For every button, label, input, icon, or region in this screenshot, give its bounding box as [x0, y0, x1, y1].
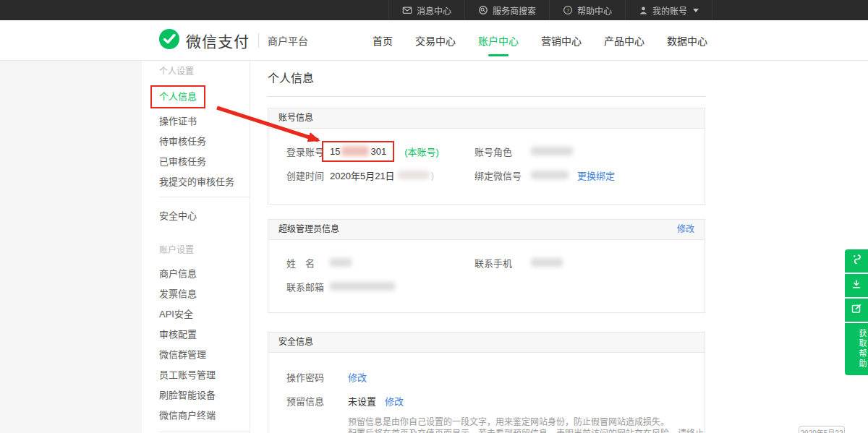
- current-account-tag: (本账号): [404, 145, 439, 158]
- floating-help-widget: 获取帮助: [845, 249, 868, 375]
- bound-wechat-redacted: [531, 171, 569, 179]
- topbar-item-label: 服务商搜索: [493, 4, 536, 17]
- sidebar-item-staff-account-mgmt[interactable]: 员工账号管理: [159, 365, 250, 385]
- sidebar-item-pending-review-tasks[interactable]: 待审核任务: [159, 132, 250, 152]
- hotline-button[interactable]: [845, 249, 868, 273]
- sidebar: 个人设置 个人信息 操作证书 待审核任务 已审核任务 我提交的审核任务 安全中心…: [159, 61, 250, 433]
- super-admin-section: 超级管理员信息 修改 姓 名 联系手机 联系邮箱: [268, 219, 705, 313]
- mail-icon: [402, 5, 412, 15]
- nav-data-center[interactable]: 数据中心: [662, 20, 712, 61]
- sidebar-item-invoice-info[interactable]: 发票信息: [159, 284, 250, 304]
- feedback-button[interactable]: [845, 299, 868, 322]
- search-icon: [478, 5, 488, 15]
- sidebar-separator: [159, 432, 250, 432]
- created-time-paren: ): [431, 170, 434, 181]
- sidebar-item-merchant-terminal[interactable]: 微信商户终端: [159, 406, 250, 426]
- nav-transaction-center[interactable]: 交易中心: [410, 20, 461, 61]
- sidebar-group-personal-settings: 个人设置: [159, 65, 250, 78]
- change-binding-link[interactable]: 更换绑定: [577, 168, 615, 182]
- user-icon: [639, 6, 648, 15]
- nav-product-center[interactable]: 产品中心: [599, 20, 650, 61]
- operation-password-label: 操作密码: [286, 370, 330, 384]
- login-account-suffix: 301: [370, 146, 386, 157]
- sidebar-item-merchant-info[interactable]: 商户信息: [159, 264, 250, 284]
- topbar-message-center[interactable]: 消息中心: [388, 0, 464, 20]
- contact-phone-redacted: [531, 258, 563, 267]
- topbar-help-center[interactable]: ? 帮助中心: [549, 0, 625, 20]
- main-nav: 首页 交易中心 账户中心 营销中心 产品中心 数据中心: [367, 20, 712, 60]
- created-time-redacted: [398, 171, 430, 179]
- edit-password-link[interactable]: 修改: [348, 370, 367, 384]
- login-account-prefix: 15: [330, 146, 340, 157]
- brand-name: 微信支付: [186, 30, 250, 51]
- header: 微信支付 商户平台 首页 交易中心 账户中心 营销中心 产品中心 数据中心: [0, 20, 868, 61]
- security-info-section: 安全信息 操作密码 修改 预留信息 未设置 修改 预留信息是由你自己设置的一段文…: [268, 332, 705, 433]
- sidebar-item-personal-info[interactable]: 个人信息: [150, 85, 205, 108]
- created-time-label: 创建时间: [286, 168, 330, 182]
- feedback-icon: [851, 303, 862, 317]
- download-icon: [851, 278, 862, 293]
- contact-email-redacted: [330, 282, 395, 291]
- topbar-item-label: 消息中心: [417, 4, 451, 17]
- nav-marketing-center[interactable]: 营销中心: [536, 20, 587, 61]
- svg-text:?: ?: [566, 7, 569, 14]
- hotline-icon: [851, 254, 862, 268]
- date-tooltip: 2020年5月22日: [799, 426, 845, 433]
- description-line: 配置后将在首页及充值页面显示。若未看到预留信息，表明当前访问的网站存在风险，请终…: [348, 429, 705, 433]
- topbar: 消息中心 服务商搜索 ? 帮助中心 我的账号: [0, 0, 868, 20]
- sidebar-group-account-settings: 账户设置: [159, 244, 250, 257]
- sidebar-item-my-submitted-tasks[interactable]: 我提交的审核任务: [159, 172, 250, 192]
- nav-home[interactable]: 首页: [367, 20, 398, 61]
- sidebar-item-review-config[interactable]: 审核配置: [159, 325, 250, 345]
- title-divider: [268, 96, 705, 97]
- brand: 微信支付 商户平台: [158, 20, 308, 60]
- brand-divider: [258, 33, 259, 48]
- section-title: 超级管理员信息: [278, 220, 339, 239]
- page-title: 个人信息: [268, 71, 705, 87]
- help-icon: ?: [563, 5, 573, 15]
- created-time-value: 2020年5月21日: [330, 168, 395, 182]
- account-info-section: 账号信息 登录账号 15 301 (本账号) 账号角色: [268, 108, 705, 205]
- download-button[interactable]: [845, 274, 868, 297]
- sidebar-item-operation-certificate[interactable]: 操作证书: [159, 111, 250, 132]
- login-account-redacted: [341, 146, 369, 156]
- description-line: 预留信息是由你自己设置的一段文字，用来鉴定网站身份，防止假冒网站造成损失。: [348, 417, 705, 429]
- merchant-platform-page: 消息中心 服务商搜索 ? 帮助中心 我的账号: [0, 0, 868, 433]
- section-title: 安全信息: [278, 333, 313, 352]
- account-role-redacted: [531, 147, 573, 155]
- name-label: 姓 名: [286, 256, 330, 270]
- reserved-info-value: 未设置: [348, 394, 376, 408]
- topbar-item-label: 我的账号: [652, 4, 687, 17]
- edit-admin-link[interactable]: 修改: [677, 220, 694, 239]
- topbar-item-label: 帮助中心: [577, 4, 612, 17]
- login-account-annotation-box: 15 301: [322, 141, 394, 162]
- portal-name: 商户平台: [268, 33, 308, 48]
- sidebar-item-face-device[interactable]: 刷脸智能设备: [159, 385, 250, 406]
- bound-wechat-label: 绑定微信号: [475, 168, 531, 182]
- sidebar-separator: [159, 197, 250, 197]
- sidebar-item-security-center[interactable]: 安全中心: [159, 206, 250, 226]
- sidebar-item-api-security[interactable]: API安全: [159, 304, 250, 325]
- sidebar-item-wechat-group-mgmt[interactable]: 微信群管理: [159, 345, 250, 365]
- reserved-info-label: 预留信息: [286, 394, 330, 408]
- topbar-provider-search[interactable]: 服务商搜索: [464, 0, 549, 20]
- left-gutter: [0, 61, 142, 433]
- contact-email-label: 联系邮箱: [286, 280, 330, 293]
- account-role-label: 账号角色: [475, 145, 531, 158]
- get-help-button[interactable]: 获取帮助: [845, 323, 868, 375]
- sidebar-item-reviewed-tasks[interactable]: 已审核任务: [159, 152, 250, 172]
- chevron-down-icon: [693, 9, 699, 12]
- wechat-pay-logo-icon: [158, 28, 180, 53]
- main-content: 个人信息 账号信息 登录账号 15 301 (本账号): [268, 61, 705, 433]
- nav-account-center[interactable]: 账户中心: [473, 20, 524, 61]
- edit-reserved-info-link[interactable]: 修改: [385, 394, 404, 408]
- topbar-my-account[interactable]: 我的账号: [625, 0, 712, 20]
- name-redacted: [330, 258, 352, 267]
- reserved-info-description: 预留信息是由你自己设置的一段文字，用来鉴定网站身份，防止假冒网站造成损失。 配置…: [348, 417, 705, 433]
- section-title: 账号信息: [278, 108, 313, 128]
- contact-phone-label: 联系手机: [475, 256, 531, 270]
